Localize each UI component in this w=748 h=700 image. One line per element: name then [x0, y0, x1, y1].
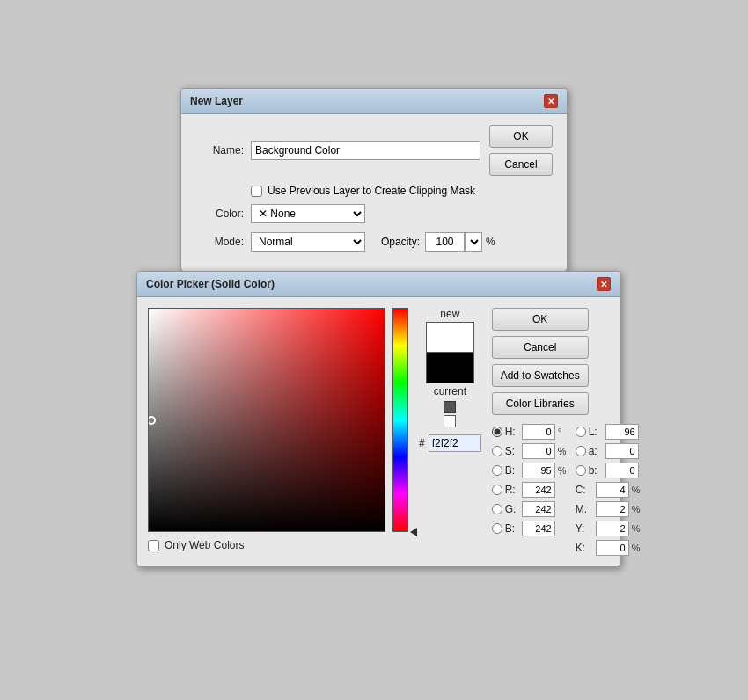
new-layer-body: Name: OK Cancel Use Previous Layer to Cr… — [181, 114, 567, 271]
g-input[interactable] — [522, 501, 555, 517]
current-color-label: current — [434, 385, 466, 397]
new-layer-close-button[interactable]: ✕ — [544, 94, 558, 108]
only-web-colors-checkbox[interactable] — [148, 540, 159, 551]
k-input[interactable] — [596, 540, 629, 556]
b2-label: B: — [505, 522, 519, 535]
r-field-row: R: — [492, 482, 568, 498]
h-field-row: H: ° — [492, 424, 568, 440]
b2-radio[interactable] — [492, 523, 502, 534]
hash-symbol: # — [419, 437, 425, 449]
color-picker-cancel-button[interactable]: Cancel — [492, 336, 589, 359]
color-label: Color: — [195, 208, 244, 220]
opacity-label: Opacity: — [381, 236, 420, 248]
k-label: K: — [576, 542, 593, 554]
h-input[interactable] — [522, 424, 555, 440]
color-icon-light — [444, 415, 456, 427]
b2-input[interactable] — [522, 521, 555, 536]
a-label: a: — [589, 445, 603, 457]
color-row: Color: ✕ None Red Orange Yellow Green Bl… — [195, 204, 553, 223]
l-radio[interactable] — [576, 427, 586, 437]
color-gradient-picker[interactable] — [148, 308, 385, 532]
clipping-mask-label: Use Previous Layer to Create Clipping Ma… — [268, 185, 475, 197]
y-input[interactable] — [596, 521, 629, 536]
s-label: S: — [505, 445, 519, 457]
s-unit: % — [558, 446, 568, 456]
new-color-swatch — [426, 322, 474, 353]
color-libraries-button[interactable]: Color Libraries — [492, 392, 589, 415]
color-picker-titlebar: Color Picker (Solid Color) ✕ — [137, 272, 620, 297]
gradient-dark — [149, 309, 385, 531]
hex-input[interactable] — [429, 434, 481, 452]
color-picker-left: Only Web Colors — [148, 308, 408, 556]
gradient-hue-area — [148, 308, 408, 532]
hue-slider[interactable] — [392, 308, 408, 532]
new-layer-titlebar: New Layer ✕ — [181, 89, 567, 114]
hsb-lab-col: H: ° S: % B: — [492, 424, 568, 556]
opacity-input[interactable] — [425, 232, 465, 252]
dialog-buttons: OK Cancel — [489, 125, 553, 176]
a-input[interactable] — [605, 443, 639, 459]
b-field-row: B: % — [492, 463, 568, 478]
name-input[interactable] — [251, 141, 480, 160]
a-field-row: a: — [576, 443, 642, 459]
h-radio[interactable] — [492, 427, 502, 437]
s-radio[interactable] — [492, 446, 502, 456]
s-field-row: S: % — [492, 443, 568, 459]
b-label: B: — [505, 464, 519, 477]
y-field-row: Y: % — [576, 521, 642, 536]
color-picker-body: Only Web Colors new current # OK Cancel — [137, 297, 620, 566]
color-picker-ok-button[interactable]: OK — [492, 308, 589, 331]
g-radio[interactable] — [492, 504, 502, 514]
m-input[interactable] — [596, 501, 629, 517]
r-radio[interactable] — [492, 485, 502, 495]
c-field-row: C: % — [576, 482, 642, 498]
mode-label: Mode: — [195, 236, 244, 248]
r-input[interactable] — [522, 482, 555, 498]
b3-field-row: b: — [576, 463, 642, 478]
lab-cmyk-col: L: a: b: — [576, 424, 642, 556]
c-unit: % — [632, 485, 642, 495]
b3-input[interactable] — [605, 463, 639, 478]
color-select[interactable]: ✕ None Red Orange Yellow Green Blue — [251, 204, 365, 223]
m-label: M: — [576, 503, 593, 515]
current-color-swatch — [426, 353, 474, 383]
b3-radio[interactable] — [576, 465, 586, 476]
opacity-unit: % — [486, 236, 495, 248]
new-layer-cancel-button[interactable]: Cancel — [489, 153, 553, 176]
web-colors-row: Only Web Colors — [148, 539, 244, 551]
name-row: Name: OK Cancel — [195, 125, 553, 176]
clipping-mask-checkbox[interactable] — [251, 186, 262, 197]
hex-input-row: # — [419, 434, 481, 452]
l-input[interactable] — [605, 424, 639, 440]
k-field-row: K: % — [576, 540, 642, 556]
h-unit: ° — [558, 427, 568, 437]
mode-select[interactable]: Normal Dissolve Multiply — [251, 232, 365, 252]
g-label: G: — [505, 503, 519, 515]
color-icon-dark — [444, 401, 456, 413]
b3-label: b: — [589, 464, 603, 477]
l-field-row: L: — [576, 424, 642, 440]
clipping-mask-row: Use Previous Layer to Create Clipping Ma… — [251, 185, 553, 197]
add-to-swatches-button[interactable]: Add to Swatches — [492, 364, 589, 387]
color-picker-right: OK Cancel Add to Swatches Color Librarie… — [492, 308, 628, 556]
new-layer-title: New Layer — [190, 95, 243, 107]
color-picker-dialog: Color Picker (Solid Color) ✕ Only Web Co… — [136, 271, 620, 567]
m-field-row: M: % — [576, 501, 642, 517]
b-unit: % — [558, 465, 568, 476]
b2-field-row: B: — [492, 521, 568, 536]
mode-row: Mode: Normal Dissolve Multiply Opacity: … — [195, 232, 553, 252]
c-input[interactable] — [596, 482, 629, 498]
a-radio[interactable] — [576, 446, 586, 456]
h-label: H: — [505, 426, 519, 438]
color-picker-title: Color Picker (Solid Color) — [146, 278, 275, 290]
new-layer-dialog: New Layer ✕ Name: OK Cancel Use Previous… — [180, 88, 568, 272]
name-label: Name: — [195, 144, 244, 157]
color-picker-close-button[interactable]: ✕ — [597, 277, 611, 291]
opacity-select[interactable]: ▼ — [465, 232, 482, 252]
b-radio[interactable] — [492, 465, 502, 476]
s-input[interactable] — [522, 443, 555, 459]
g-field-row: G: — [492, 501, 568, 517]
new-layer-ok-button[interactable]: OK — [489, 125, 553, 148]
r-label: R: — [505, 484, 519, 496]
b-input[interactable] — [522, 463, 555, 478]
